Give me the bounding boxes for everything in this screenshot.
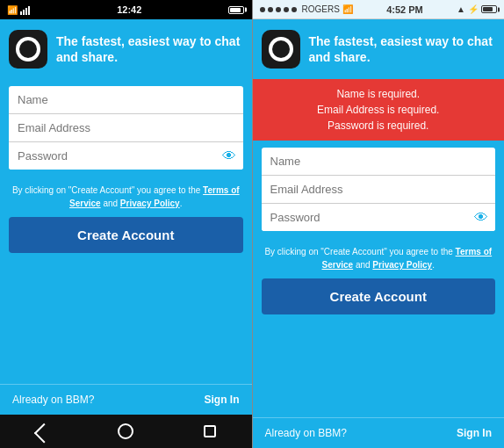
ios-email-input[interactable] (262, 176, 496, 204)
back-arrow-icon (35, 424, 49, 438)
ios-password-input[interactable] (262, 204, 496, 231)
ios-terms-prefix: By clicking on "Create Account" you agre… (264, 247, 455, 257)
ios-create-account-button[interactable]: Create Account (262, 278, 496, 314)
ios-status-left: ROGERS 📶 (260, 4, 353, 14)
home-button[interactable] (115, 421, 136, 442)
bluetooth-icon: ⚡ (468, 4, 479, 14)
name-input[interactable] (9, 86, 243, 114)
bbm-logo (9, 30, 47, 69)
ios-app-tagline: The fastest, easiest way to chat and sha… (309, 33, 496, 65)
ios-app-header: The fastest, easiest way to chat and sha… (253, 19, 505, 79)
password-wrapper: 👁 (9, 142, 243, 170)
ios-bbm-logo (262, 30, 300, 69)
status-left: 📶 (7, 4, 30, 15)
bbm-logo-inner (19, 40, 37, 58)
ios-panel: ROGERS 📶 4:52 PM ▲ ⚡ The fastest, easies… (253, 0, 505, 448)
terms-end: . (180, 199, 183, 208)
status-time: 12:42 (117, 4, 141, 15)
sign-in-link[interactable]: Sign In (205, 394, 240, 406)
ios-name-input[interactable] (262, 148, 496, 176)
battery-icon (228, 6, 244, 14)
home-circle-icon (118, 423, 133, 439)
carrier-name: ROGERS (302, 4, 340, 14)
location-icon: ▲ (457, 4, 465, 14)
ios-battery-icon (481, 5, 497, 13)
ios-status-time: 4:52 PM (386, 4, 423, 15)
ios-app-content: The fastest, easiest way to chat and sha… (253, 19, 505, 448)
already-on-bbm-text: Already on BBM? (12, 394, 94, 406)
terms-text: By clicking on "Create Account" you agre… (0, 177, 252, 217)
ios-form-area: 👁 (253, 141, 505, 238)
ios-signal-dots (260, 7, 297, 12)
ios-bbm-logo-inner (272, 40, 290, 58)
ios-status-right: ▲ ⚡ (457, 4, 497, 14)
eye-icon[interactable]: 👁 (222, 148, 236, 164)
ios-eye-icon[interactable]: 👁 (474, 210, 488, 226)
ios-already-on-bbm-text: Already on BBM? (265, 427, 347, 439)
wifi-icon: 📶 (7, 5, 18, 15)
app-content: The fastest, easiest way to chat and sha… (0, 19, 252, 415)
signal-icon (20, 4, 30, 15)
status-right (228, 6, 244, 14)
ios-password-wrapper: 👁 (262, 204, 496, 231)
app-header: The fastest, easiest way to chat and sha… (0, 19, 252, 79)
ios-wifi-icon: 📶 (342, 4, 353, 14)
app-tagline: The fastest, easiest way to chat and sha… (56, 33, 243, 65)
ios-terms-end: . (432, 260, 435, 270)
error-line3: Password is required. (263, 118, 494, 134)
recents-square-icon (204, 425, 216, 437)
form-area: 👁 (0, 79, 252, 177)
ios-bottom-bar: Already on BBM? Sign In (253, 417, 505, 448)
terms-prefix: By clicking on "Create Account" you agre… (12, 185, 203, 195)
recents-button[interactable] (199, 421, 220, 442)
android-panel: 📶 12:42 The fastest, easiest way to chat… (0, 0, 252, 448)
ios-privacy-policy-link[interactable]: Privacy Policy (372, 260, 432, 270)
error-banner: Name is required. Email Address is requi… (253, 79, 505, 141)
create-account-button[interactable]: Create Account (9, 217, 243, 253)
android-nav-bar (0, 415, 252, 448)
error-line2: Email Address is required. (263, 102, 494, 118)
ios-status-bar: ROGERS 📶 4:52 PM ▲ ⚡ (253, 0, 505, 19)
bottom-bar: Already on BBM? Sign In (0, 384, 252, 415)
password-input[interactable] (9, 142, 243, 170)
android-status-bar: 📶 12:42 (0, 0, 252, 19)
ios-terms-mid: and (353, 260, 372, 270)
back-button[interactable] (32, 421, 53, 442)
privacy-policy-link[interactable]: Privacy Policy (120, 199, 180, 208)
email-input[interactable] (9, 114, 243, 142)
ios-terms-text: By clicking on "Create Account" you agre… (253, 238, 505, 278)
terms-mid: and (101, 199, 120, 208)
error-line1: Name is required. (263, 86, 494, 102)
ios-sign-in-link[interactable]: Sign In (457, 427, 492, 439)
